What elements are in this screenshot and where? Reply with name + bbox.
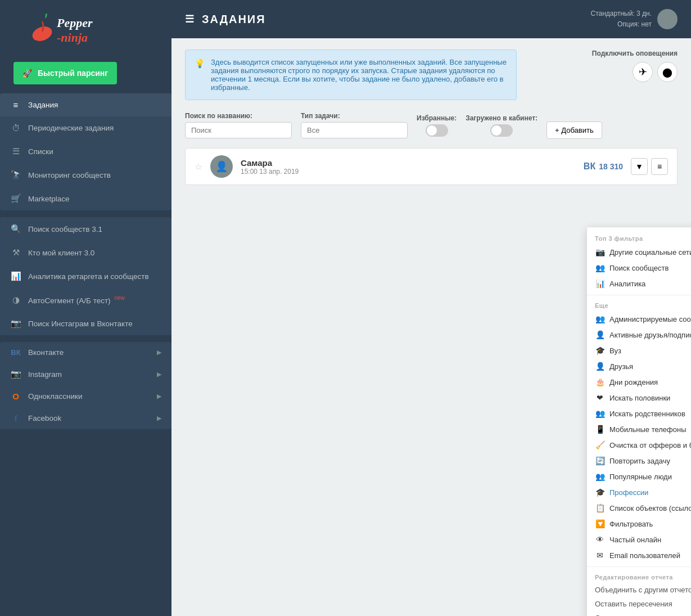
sidebar-item-analytics[interactable]: 📊 Аналитика ретаргета и сообществ — [0, 264, 171, 288]
autosegment-icon: ◑ — [10, 295, 21, 305]
who-client-icon: ⚒ — [10, 248, 21, 258]
sidebar-item-autosegment[interactable]: ◑ АвтоСегмент (А/Б тест) new — [0, 288, 171, 312]
nav-section: ≡ Задания ⏱ Периодические задания ☰ Спис… — [0, 93, 171, 210]
autosegment-label-wrap: АвтоСегмент (А/Б тест) new — [28, 295, 125, 305]
task-row: ☆ 👤 Самара 15:00 13 апр. 2019 ВК 18 310 … — [185, 148, 678, 185]
search-communities-icon: 🔍 — [10, 224, 21, 234]
search-input[interactable] — [185, 122, 292, 138]
instagram-arrow-icon: ▶ — [157, 371, 161, 378]
sidebar-item-odnoklassniki[interactable]: О Одноклассники ▶ — [0, 385, 171, 407]
dd-repeat-label: Повторить задачу — [609, 457, 670, 465]
dropdown-item-vuz[interactable]: 🎓 Вуз — [587, 343, 691, 358]
top3-section-label: Топ 3 фильтра — [587, 232, 691, 244]
dropdown-item-analytics-label: Аналитика — [609, 280, 645, 288]
search-communities-label: Поиск сообществ 3.1 — [28, 225, 102, 233]
dropdown-item-soulmate[interactable]: ❤ Искать половинки — [587, 390, 691, 406]
logo-svg: Pepper -ninja — [24, 10, 148, 50]
dropdown-item-cleanup[interactable]: 🧹 Очистка от офферов и ботов — [587, 437, 691, 453]
sidebar-item-marketplace[interactable]: 🛒 Marketplace — [0, 187, 171, 210]
list-task-button[interactable]: ≡ — [651, 158, 668, 175]
tools-section: 🔍 Поиск сообществ 3.1 ⚒ Кто мой клиент 3… — [0, 217, 171, 335]
sidebar-item-tasks-label: Задания — [28, 101, 58, 109]
dropdown-item-search-communities[interactable]: 👥 Поиск сообществ — [587, 260, 691, 276]
dropdown-item-analytics[interactable]: 📊 Аналитика — [587, 276, 691, 291]
type-label: Тип задачи: — [301, 112, 408, 120]
task-vk: ВК 18 310 — [584, 161, 623, 172]
task-time: 15:00 13 апр. 2019 — [241, 168, 576, 176]
sidebar-item-monitoring[interactable]: 🔭 Мониторинг сообществ — [0, 163, 171, 187]
sidebar-item-vkontakte[interactable]: ВК Вконтакте ▶ — [0, 342, 171, 363]
sidebar-item-instagram[interactable]: 📷 Instagram ▶ — [0, 363, 171, 385]
search-communities-dd-icon: 👥 — [595, 263, 605, 272]
sidebar-item-who-client[interactable]: ⚒ Кто мой клиент 3.0 — [0, 241, 171, 264]
task-name: Самара — [241, 158, 576, 168]
sidebar-item-lists[interactable]: ☰ Списки — [0, 140, 171, 163]
marketplace-icon: 🛒 — [10, 194, 21, 204]
dropdown-item-merge[interactable]: Объединить с другим отчетом — [587, 583, 691, 597]
cabinet-label: Загружено в кабинет: — [466, 114, 538, 122]
dropdown-item-no-intersect[interactable]: Оставить не пересечения — [587, 611, 691, 616]
sidebar-item-tasks[interactable]: ≡ Задания — [0, 93, 171, 116]
hamburger-icon[interactable]: ☰ — [185, 13, 195, 25]
dropdown-item-profession[interactable]: 🎓 Профессии — [587, 484, 691, 500]
dropdown-item-search-communities-label: Поиск сообществ — [609, 264, 669, 272]
info-box: 💡 Здесь выводится список запущенных или … — [185, 50, 517, 100]
ok-arrow-icon: ▶ — [157, 393, 161, 400]
telegram-notify-button[interactable]: ✈ — [633, 62, 653, 82]
main-content: ☰ ЗАДАНИЯ Стандартный: 3 дн. Опция: нет … — [171, 0, 691, 616]
favorites-label: Избранные: — [417, 114, 457, 122]
dropdown-item-admin-communities[interactable]: 👥 Администрируемые сообщества — [587, 311, 691, 327]
dropdown-item-email[interactable]: ✉ Email пользователей — [587, 547, 691, 563]
chrome-notify-button[interactable]: ⬤ — [657, 62, 678, 82]
vk-icon: ВК — [10, 348, 21, 357]
frequent-online-icon: 👁 — [595, 535, 605, 544]
logo-area: Pepper -ninja — [0, 0, 171, 57]
sidebar-item-search-communities[interactable]: 🔍 Поиск сообществ 3.1 — [0, 217, 171, 241]
dropdown-item-friends[interactable]: 👤 Друзья — [587, 358, 691, 374]
dd-profession-label: Профессии — [609, 488, 648, 497]
sidebar-item-facebook[interactable]: f Facebook ▶ — [0, 407, 171, 429]
add-button[interactable]: + Добавить — [547, 122, 602, 139]
sidebar-item-instagram-search[interactable]: 📷 Поиск Инстаграм в Вконтакте — [0, 312, 171, 335]
type-input[interactable] — [301, 122, 408, 138]
search-label: Поиск по названию: — [185, 112, 292, 120]
ok-label: Одноклассники — [28, 392, 82, 401]
cabinet-toggle[interactable] — [490, 124, 513, 137]
top-bar: ☰ ЗАДАНИЯ Стандартный: 3 дн. Опция: нет — [171, 0, 691, 38]
dd-birthdays-label: Дни рождения — [609, 378, 658, 386]
sidebar-item-marketplace-label: Marketplace — [28, 195, 70, 203]
task-avatar: 👤 — [210, 155, 233, 178]
fb-label: Facebook — [28, 414, 61, 422]
dropdown-item-relatives[interactable]: 👥 Искать родственников — [587, 406, 691, 421]
dropdown-item-active-friends[interactable]: 👤 Активные друзья/подписчики — [587, 327, 691, 343]
dropdown-item-other-social[interactable]: 📷 Другие социальные сети — [587, 244, 691, 260]
fb-arrow-icon: ▶ — [157, 415, 161, 422]
social-section: ВК Вконтакте ▶ 📷 Instagram ▶ О Однокласс… — [0, 342, 171, 429]
avatar[interactable] — [657, 9, 678, 29]
new-badge: new — [114, 295, 124, 301]
repeat-icon: 🔄 — [595, 456, 605, 465]
dropdown-item-intersect[interactable]: Оставить пересечения — [587, 597, 691, 611]
dropdown-item-repeat[interactable]: 🔄 Повторить задачу — [587, 453, 691, 469]
top-bar-info: Стандартный: 3 дн. Опция: нет — [590, 8, 678, 30]
dd-soulmate-label: Искать половинки — [609, 394, 670, 402]
quick-parse-button[interactable]: 🚀 Быстрый парсинг — [13, 62, 117, 84]
dropdown-item-object-list[interactable]: 📋 Список объектов (ссылок) — [587, 500, 691, 516]
dropdown-item-popular[interactable]: 👥 Популярные люди — [587, 469, 691, 484]
email-icon: ✉ — [595, 551, 605, 560]
notifications-area: Подключить оповещения ✈ ⬤ — [592, 50, 678, 82]
dropdown-item-frequent-online[interactable]: 👁 Частый онлайн — [587, 532, 691, 547]
dropdown-item-mobile[interactable]: 📱 Мобильные телефоны — [587, 421, 691, 437]
dropdown-item-birthdays[interactable]: 🎂 Дни рождения — [587, 374, 691, 390]
dropdown-item-filter[interactable]: 🔽 Фильтровать — [587, 516, 691, 532]
favorites-toggle[interactable] — [426, 124, 448, 137]
birthdays-icon: 🎂 — [595, 377, 605, 386]
filter-task-button[interactable]: ▼ — [631, 158, 648, 175]
sidebar-item-lists-label: Списки — [28, 147, 53, 156]
star-icon[interactable]: ☆ — [195, 161, 202, 172]
ok-icon: О — [10, 392, 21, 401]
divider-2 — [587, 566, 691, 567]
sidebar-item-periodic[interactable]: ⏱ Периодические задания — [0, 116, 171, 140]
dd-filter-label: Фильтровать — [609, 520, 653, 528]
admin-communities-icon: 👥 — [595, 314, 605, 323]
